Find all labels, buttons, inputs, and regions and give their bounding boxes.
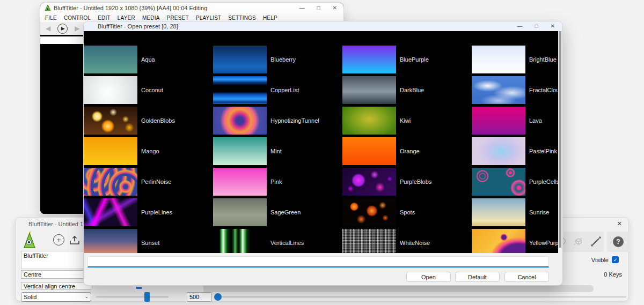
preset-thumbnail[interactable] xyxy=(472,107,525,135)
cube-icon[interactable] xyxy=(573,236,583,247)
preset-item[interactable]: BrightBlue xyxy=(472,44,558,75)
preset-thumbnail[interactable] xyxy=(472,198,525,226)
preset-item[interactable]: DarkBlue xyxy=(342,75,472,105)
position-dropdown[interactable]: Centre xyxy=(21,270,86,279)
preset-item[interactable]: PerlinNoise xyxy=(84,166,213,197)
scale-pen-icon[interactable] xyxy=(590,236,602,248)
preset-thumbnail[interactable] xyxy=(342,229,396,254)
minimize-button[interactable]: — xyxy=(299,5,305,11)
preset-thumbnail[interactable] xyxy=(213,198,267,226)
preset-item[interactable]: Kiwi xyxy=(342,105,472,136)
help-button[interactable]: ? xyxy=(613,236,624,247)
preset-thumbnail[interactable] xyxy=(213,76,267,104)
stage-text-field[interactable] xyxy=(40,36,84,44)
preset-item[interactable]: Blueberry xyxy=(213,44,342,75)
preset-thumbnail[interactable] xyxy=(84,198,137,226)
menu-item-control[interactable]: CONTROL xyxy=(64,15,91,21)
preset-thumbnail[interactable] xyxy=(84,46,137,73)
play-button[interactable]: ▶ xyxy=(57,24,68,34)
preset-thumbnail[interactable] xyxy=(213,229,267,254)
dialog-minimize-button[interactable]: — xyxy=(517,24,523,29)
preset-thumbnail[interactable] xyxy=(213,46,267,73)
menu-item-media[interactable]: MEDIA xyxy=(142,15,160,21)
layer-text-input[interactable]: BluffTitler xyxy=(21,251,93,269)
preset-thumbnail[interactable] xyxy=(213,168,267,196)
preset-thumbnail[interactable] xyxy=(84,168,137,196)
menu-item-edit[interactable]: EDIT xyxy=(98,15,111,21)
hidden-slider-handle[interactable] xyxy=(136,287,142,289)
preset-item[interactable]: BluePurple xyxy=(342,44,472,75)
preset-thumbnail[interactable] xyxy=(342,198,396,226)
preset-item[interactable]: GoldenBlobs xyxy=(84,105,213,136)
filename-input[interactable] xyxy=(87,256,549,267)
preset-item[interactable]: VerticalLines xyxy=(213,227,342,253)
preset-item[interactable]: CopperList xyxy=(213,75,342,105)
slider-knob[interactable] xyxy=(214,293,222,301)
vertical-align-dropdown[interactable]: Vertical align centre xyxy=(21,282,91,290)
preset-item[interactable]: HypnotizingTunnel xyxy=(213,105,342,136)
size-input[interactable] xyxy=(187,292,211,302)
preset-thumbnail[interactable] xyxy=(342,107,396,135)
preset-thumbnail[interactable] xyxy=(84,107,137,135)
preset-thumbnail[interactable] xyxy=(342,168,396,196)
preset-thumbnail[interactable] xyxy=(342,76,396,104)
preset-thumbnail[interactable] xyxy=(342,137,396,165)
preset-item[interactable]: Aqua xyxy=(84,44,213,75)
preset-item[interactable]: Sunrise xyxy=(472,197,558,227)
preset-item[interactable]: FractalCloud xyxy=(472,75,558,105)
preset-item[interactable]: Orange xyxy=(342,136,472,166)
scrollbar[interactable] xyxy=(558,31,562,284)
preset-thumbnail[interactable] xyxy=(342,46,396,73)
open-button[interactable]: Open xyxy=(406,272,451,282)
import-icon[interactable] xyxy=(69,234,80,246)
preset-item[interactable]: Pink xyxy=(213,166,342,197)
preset-item[interactable]: PurpleLines xyxy=(84,197,213,227)
preset-item[interactable]: Spots xyxy=(342,197,472,227)
dialog-maximize-button[interactable]: □ xyxy=(535,24,538,29)
preset-item[interactable]: PurpleCells xyxy=(472,166,558,197)
preset-item[interactable]: PastelPink xyxy=(472,136,558,166)
preset-label: PerlinNoise xyxy=(141,178,171,185)
menu-item-layer[interactable]: LAYER xyxy=(118,15,135,21)
scrollbar-thumb[interactable] xyxy=(559,31,561,248)
preset-item[interactable]: Mint xyxy=(213,136,342,166)
keyframe-track[interactable] xyxy=(203,285,594,292)
preset-thumbnail[interactable] xyxy=(213,107,267,135)
visible-checkbox[interactable]: ✓ xyxy=(612,256,619,263)
preset-thumbnail[interactable] xyxy=(472,76,525,104)
preset-item[interactable]: Coconut xyxy=(84,75,213,105)
preset-item[interactable]: Sunset xyxy=(84,227,213,253)
preset-item[interactable]: YellowPurpleBlobs xyxy=(472,227,558,253)
preset-item[interactable]: Lava xyxy=(472,105,558,136)
menu-item-file[interactable]: FILE xyxy=(45,15,57,21)
preset-item[interactable]: SageGreen xyxy=(213,197,342,227)
preset-thumbnail[interactable] xyxy=(472,137,525,165)
preset-thumbnail[interactable] xyxy=(84,229,137,254)
preset-thumbnail[interactable] xyxy=(472,229,525,254)
back-arrow-icon[interactable]: ◀ xyxy=(46,25,50,32)
add-layer-button[interactable]: + xyxy=(53,234,64,246)
preset-thumbnail[interactable] xyxy=(472,46,525,73)
preset-item[interactable]: PurpleBlobs xyxy=(342,166,472,197)
menu-item-help[interactable]: HELP xyxy=(263,15,277,21)
preset-item[interactable]: Mango xyxy=(84,136,213,166)
preset-thumbnail[interactable] xyxy=(213,137,267,165)
maximize-button[interactable]: □ xyxy=(317,5,320,11)
size-slider[interactable] xyxy=(213,292,626,302)
value-slider[interactable] xyxy=(96,292,169,302)
slider-handle[interactable] xyxy=(144,292,150,302)
preset-item[interactable]: WhiteNoise xyxy=(342,227,472,253)
preset-thumbnail[interactable] xyxy=(472,168,525,196)
preset-thumbnail[interactable] xyxy=(84,137,137,165)
cancel-button[interactable]: Cancel xyxy=(504,272,549,282)
close-icon[interactable]: ✕ xyxy=(617,220,622,227)
menu-item-playlist[interactable]: PLAYLIST xyxy=(196,15,222,21)
preset-thumbnail[interactable] xyxy=(84,76,137,104)
close-button[interactable]: ✕ xyxy=(333,5,337,11)
menu-item-settings[interactable]: SETTINGS xyxy=(228,15,256,21)
menu-item-preset[interactable]: PRESET xyxy=(167,15,189,21)
dialog-close-button[interactable]: ✕ xyxy=(551,24,555,29)
style-dropdown[interactable]: Solid ⌄ xyxy=(21,292,91,302)
forward-arrow-icon[interactable]: ▶ xyxy=(75,25,79,32)
default-button[interactable]: Default xyxy=(455,272,500,282)
